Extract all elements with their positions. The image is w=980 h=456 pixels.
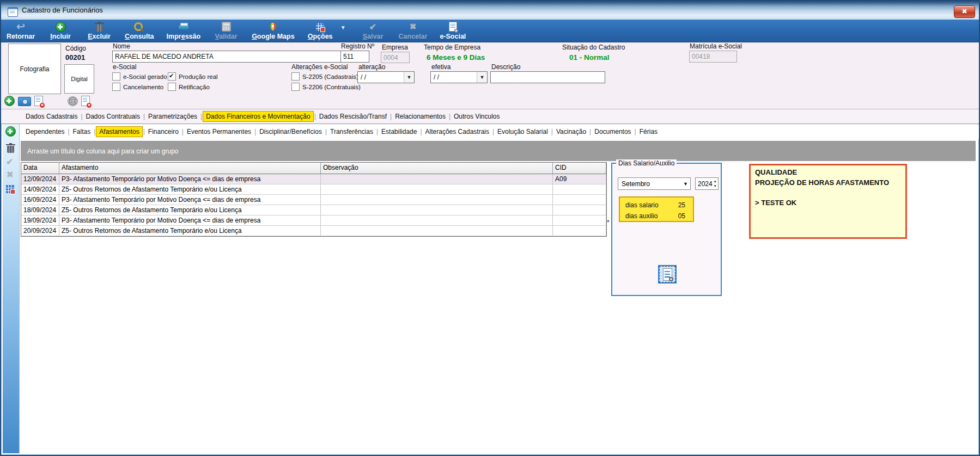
toolbar-button-googlemaps[interactable]: Google Maps bbox=[252, 21, 295, 40]
year-spinner[interactable]: 2024 ▲▼ bbox=[695, 177, 719, 190]
tab-transfer-ncias[interactable]: Transferências bbox=[327, 126, 376, 137]
checkbox-s-2205-cadastrais-[interactable]: S-2205 (Cadastrais) bbox=[291, 72, 361, 81]
checkbox-retifica-o[interactable]: Retificação bbox=[168, 83, 218, 91]
esocial-doc-icon bbox=[449, 21, 457, 32]
tab-faltas[interactable]: Faltas bbox=[70, 126, 94, 137]
toolbar-button-incluir[interactable]: Incluir bbox=[47, 21, 74, 40]
cancel-record-icon[interactable] bbox=[7, 170, 14, 180]
checkbox-e-social-gerado[interactable]: e-Social gerado bbox=[112, 72, 168, 81]
fingerprint-icon[interactable] bbox=[68, 96, 78, 106]
checkbox-checked-icon[interactable] bbox=[168, 72, 176, 81]
checkbox-unchecked-icon[interactable] bbox=[168, 83, 176, 91]
tab-disciplinar-benef-cios[interactable]: Disciplinar/Benefícios bbox=[257, 126, 325, 137]
cell-data: 19/09/2024 bbox=[21, 215, 59, 225]
note-line: > TESTE OK bbox=[755, 198, 901, 208]
matricula-esocial-input: 00418 bbox=[689, 51, 737, 63]
chevron-down-icon[interactable]: ▼ bbox=[404, 72, 414, 83]
efetiva-date-value: / / bbox=[434, 73, 439, 81]
spinner-arrows-icon[interactable]: ▲▼ bbox=[714, 178, 717, 188]
add-photo-icon[interactable] bbox=[4, 96, 15, 106]
tab-financeiro[interactable]: Financeiro bbox=[145, 126, 181, 137]
tab-dados-financeiros-e-movimenta-o[interactable]: Dados Financeiros e Movimentação bbox=[203, 111, 313, 122]
table-row[interactable]: 20/09/2024Z5- Outros Retornos de Afastam… bbox=[21, 226, 606, 236]
printer-icon bbox=[179, 21, 188, 32]
tab-outros-vinculos[interactable]: Outros Vinculos bbox=[451, 111, 503, 122]
tab-documentos[interactable]: Documentos bbox=[592, 126, 634, 137]
photo-placeholder[interactable]: Fotografia bbox=[8, 44, 61, 94]
toolbar-button-impressao[interactable]: Impressão bbox=[167, 21, 201, 40]
tab-dependentes[interactable]: Dependentes bbox=[23, 126, 67, 137]
descricao-input[interactable] bbox=[490, 71, 605, 83]
delete-photo-icon[interactable] bbox=[34, 96, 43, 106]
dias-row: dias salario25 bbox=[625, 200, 685, 211]
dias-panel-title: Dias Salario/Auxilio bbox=[616, 159, 677, 167]
alteracao-date-dropdown[interactable]: / / ▼ bbox=[357, 71, 415, 83]
chevron-down-icon[interactable]: ▼ bbox=[477, 72, 487, 83]
tab-afastamentos[interactable]: Afastamentos bbox=[96, 126, 142, 137]
options-dropdown-arrow[interactable]: ▼ bbox=[340, 24, 346, 30]
table-row[interactable]: 14/09/2024Z5- Outros Retornos de Afastam… bbox=[21, 184, 606, 195]
column-header-cid[interactable]: CID bbox=[553, 163, 606, 174]
table-row[interactable]: 12/09/2024P3- Afastamento Temporário por… bbox=[21, 174, 606, 184]
esocial-group-label: e-Social bbox=[113, 63, 136, 71]
tab-dados-cadastrais[interactable]: Dados Cadastrais bbox=[23, 111, 80, 122]
checkbox-cancelamento[interactable]: Cancelamento bbox=[112, 83, 168, 91]
tab-estabilidade[interactable]: Estabilidade bbox=[379, 126, 419, 137]
checkbox-unchecked-icon[interactable] bbox=[112, 72, 120, 81]
add-record-icon[interactable] bbox=[5, 126, 16, 137]
column-header-data[interactable]: Data bbox=[21, 163, 59, 174]
table-row[interactable]: 18/09/2024Z5- Outros Retornos de Afastam… bbox=[21, 205, 606, 215]
checkbox-unchecked-icon[interactable] bbox=[291, 72, 300, 81]
tab-f-rias[interactable]: Férias bbox=[637, 126, 660, 137]
grid-options-icon[interactable] bbox=[6, 185, 14, 193]
month-dropdown[interactable]: Setembro ▼ bbox=[618, 177, 691, 190]
digital-actions bbox=[68, 96, 90, 106]
nome-input[interactable]: RAFAEL DE MACEDO ANDRETA bbox=[112, 51, 350, 63]
cell-cid: A09 bbox=[553, 174, 606, 184]
cell-cid bbox=[553, 205, 606, 215]
delete-digital-icon[interactable] bbox=[81, 96, 90, 106]
chevron-down-icon[interactable]: ▼ bbox=[683, 181, 688, 187]
toolbar-button-esocial[interactable]: e-Social bbox=[440, 21, 466, 40]
tab-vacina-o[interactable]: Vacinação bbox=[553, 126, 589, 137]
cell-cid bbox=[553, 215, 606, 225]
column-header-afastamento[interactable]: Afastamento bbox=[59, 163, 321, 174]
confirm-record-icon[interactable] bbox=[6, 157, 13, 167]
tab-parametriza-es[interactable]: Parametrizações bbox=[145, 111, 200, 122]
cell-observação bbox=[321, 215, 553, 225]
toolbar-button-retornar[interactable]: Retornar bbox=[7, 21, 35, 40]
checkbox-label: Retificação bbox=[179, 84, 210, 90]
efetiva-label: efetiva bbox=[431, 63, 451, 71]
tab-dados-rescis-o-transf[interactable]: Dados Rescisão/Transf bbox=[316, 111, 389, 122]
toolbar-button-excluir[interactable]: Excluir bbox=[86, 21, 112, 40]
checkbox-produ-o-real[interactable]: Produção real bbox=[168, 72, 218, 81]
tab-dados-contratuais[interactable]: Dados Contratuais bbox=[83, 111, 143, 122]
group-by-bar[interactable]: Arraste um título de coluna aqui para cr… bbox=[21, 141, 976, 161]
toolbar-button-consulta[interactable]: Consulta bbox=[125, 21, 154, 40]
checkbox-s-2206-contratuais-[interactable]: S-2206 (Contratuais) bbox=[291, 83, 361, 91]
tab-evolu-o-salarial[interactable]: Evolução Salarial bbox=[495, 126, 551, 137]
generate-report-button[interactable] bbox=[658, 265, 677, 284]
tab-altera-es-cadastrais[interactable]: Alterações Cadastrais bbox=[423, 126, 492, 137]
tab-relacionamentos[interactable]: Relacionamentos bbox=[392, 111, 448, 122]
tab-eventos-permanentes[interactable]: Eventos Permanentes bbox=[184, 126, 254, 137]
photo-actions bbox=[4, 96, 43, 106]
group-by-hint: Arraste um título de coluna aqui para cr… bbox=[27, 147, 178, 155]
digital-button[interactable]: Digital bbox=[64, 64, 94, 94]
close-button[interactable] bbox=[954, 5, 975, 18]
registro-input[interactable]: 511 bbox=[340, 51, 369, 63]
column-header-observa-o[interactable]: Observação bbox=[321, 163, 553, 174]
cell-cid bbox=[553, 184, 606, 194]
toolbar-label-cancelar: Cancelar bbox=[399, 33, 428, 40]
delete-record-icon[interactable] bbox=[7, 146, 14, 153]
dias-row-value: 25 bbox=[678, 201, 685, 209]
toolbar-button-cancelar: Cancelar bbox=[399, 21, 428, 40]
checkbox-unchecked-icon[interactable] bbox=[112, 83, 120, 91]
efetiva-date-dropdown[interactable]: / / ▼ bbox=[430, 71, 488, 83]
checkbox-unchecked-icon[interactable] bbox=[291, 83, 300, 91]
checkbox-label: e-Social gerado bbox=[123, 73, 167, 80]
table-row[interactable]: 16/09/2024P3- Afastamento Temporário por… bbox=[21, 195, 606, 205]
table-row[interactable]: 19/09/2024P3- Afastamento Temporário por… bbox=[21, 215, 606, 226]
camera-icon[interactable] bbox=[18, 97, 31, 106]
toolbar-button-opcoes[interactable]: Opções bbox=[307, 21, 333, 40]
